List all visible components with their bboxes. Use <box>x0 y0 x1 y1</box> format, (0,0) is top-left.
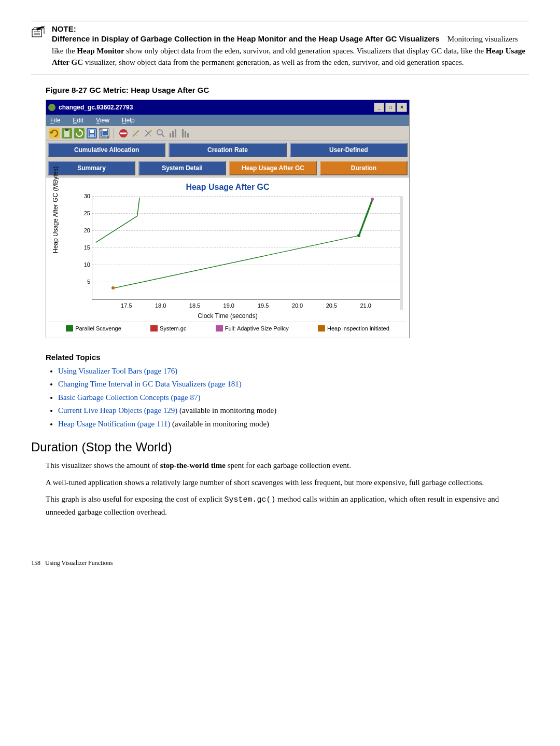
svg-rect-9 <box>65 129 68 131</box>
svg-rect-31 <box>185 131 186 137</box>
clipboard-icon[interactable] <box>62 128 72 139</box>
point-full-adaptive <box>371 198 374 201</box>
window-title: changed_gc.93602.27793 <box>59 104 374 111</box>
chart-title: Heap Usage After GC <box>49 183 406 192</box>
svg-rect-8 <box>64 130 69 137</box>
titlebar: changed_gc.93602.27793 _ □ × <box>46 100 409 115</box>
svg-point-25 <box>157 130 162 135</box>
section-heading-duration: Duration (Stop the World) <box>31 440 529 454</box>
swatch-orange <box>318 325 325 331</box>
chart-area: Heap Usage After GC Heap Usage After GC … <box>46 177 409 338</box>
app-icon <box>48 104 55 111</box>
wand-cross-icon[interactable] <box>143 128 153 139</box>
legend-system-gc: System.gc <box>150 325 186 331</box>
xtick: 19.0 <box>223 302 234 309</box>
menu-file[interactable]: File <box>50 117 60 124</box>
link-gc-concepts[interactable]: Basic Garbage Collection Concepts (page … <box>58 393 201 402</box>
xtick: 19.5 <box>258 302 269 309</box>
window-controls: _ □ × <box>374 103 407 112</box>
system-detail-button[interactable]: System Detail <box>138 161 226 175</box>
related-topics-list: Using Visualizer Tool Bars (page 176) Ch… <box>46 365 529 431</box>
ytick-5: 5 <box>80 279 90 285</box>
svg-rect-29 <box>175 129 176 137</box>
svg-rect-12 <box>90 134 94 137</box>
list-item: Changing Time Interval in GC Data Visual… <box>58 378 529 391</box>
menu-view[interactable]: View <box>96 117 109 124</box>
maximize-button[interactable]: □ <box>385 103 396 112</box>
note-pencil-icon <box>31 26 46 39</box>
svg-point-21 <box>136 135 137 136</box>
swatch-green <box>66 325 73 331</box>
creation-rate-button[interactable]: Creation Rate <box>169 143 286 157</box>
legend: Parallel Scavenge System.gc Full: Adapti… <box>49 322 406 335</box>
link-heap-usage-notification[interactable]: Heap Usage Notification (page 111) <box>58 420 170 428</box>
save-icon[interactable] <box>87 128 97 139</box>
ytick-10: 10 <box>80 261 90 268</box>
svg-line-26 <box>162 134 164 137</box>
heap-usage-button[interactable]: Heap Usage After GC <box>229 161 317 175</box>
xtick: 18.5 <box>189 302 200 309</box>
no-entry-icon[interactable] <box>118 128 129 139</box>
paragraph: This visualizer shows the amount of stop… <box>46 460 529 472</box>
zoom-icon[interactable] <box>156 128 166 139</box>
note-block: NOTE: Difference in Display of Garbage C… <box>31 21 529 75</box>
xtick: 20.0 <box>292 302 303 309</box>
x-axis-label: Clock Time (seconds) <box>49 312 406 320</box>
list-item: Using Visualizer Tool Bars (page 176) <box>58 365 529 378</box>
note-body: Difference in Display of Garbage Collect… <box>52 33 529 68</box>
xtick: 21.0 <box>360 302 371 309</box>
wand-icon[interactable] <box>131 128 141 139</box>
ytick-25: 25 <box>80 210 90 216</box>
visualizer-window: changed_gc.93602.27793 _ □ × File Edit V… <box>46 100 410 338</box>
paragraph: A well-tuned application shows a relativ… <box>46 477 529 489</box>
link-live-heap-objects[interactable]: Current Live Heap Objects (page 129) <box>58 406 177 415</box>
ytick-30: 30 <box>80 193 90 199</box>
svg-rect-32 <box>187 133 189 137</box>
page-footer: 158 Using Visualizer Functions <box>31 559 529 567</box>
list-item: Basic Garbage Collection Concepts (page … <box>58 391 529 405</box>
svg-rect-28 <box>172 131 174 137</box>
figure-caption: Figure 8-27 GC Metric: Heap Usage After … <box>46 86 529 94</box>
svg-point-20 <box>133 131 134 132</box>
refresh-icon[interactable] <box>74 128 85 139</box>
toolbar-separator <box>114 128 114 139</box>
link-time-interval[interactable]: Changing Time Interval in GC Data Visual… <box>58 380 242 388</box>
point-heap-inspection <box>111 286 115 289</box>
close-button[interactable]: × <box>397 103 407 112</box>
xtick: 20.5 <box>326 302 337 309</box>
swatch-pink <box>216 325 223 331</box>
cumulative-allocation-button[interactable]: Cumulative Allocation <box>48 143 165 157</box>
list-item: Current Live Heap Objects (page 129) (av… <box>58 404 529 418</box>
bars-alt-icon[interactable] <box>180 128 191 139</box>
note-heading: Difference in Display of Garbage Collect… <box>52 34 440 43</box>
top-button-row: Cumulative Allocation Creation Rate User… <box>46 141 409 159</box>
plot-inner: 30 25 20 15 10 5 17.5 18.0 18.5 19.0 19.… <box>92 196 400 300</box>
footer-label: Using Visualizer Functions <box>45 559 113 567</box>
svg-rect-30 <box>182 129 184 137</box>
svg-rect-11 <box>90 130 94 133</box>
legend-full-adaptive: Full: Adaptive Size Policy <box>216 325 289 331</box>
duration-button[interactable]: Duration <box>320 161 408 175</box>
paragraph: This graph is also useful for exposing t… <box>46 493 529 518</box>
legend-parallel-scavenge: Parallel Scavenge <box>66 325 121 331</box>
svg-point-19 <box>137 130 139 132</box>
bars-icon[interactable] <box>168 128 178 139</box>
user-defined-button[interactable]: User-Defined <box>290 143 408 157</box>
link-visualizer-toolbars[interactable]: Using Visualizer Tool Bars (page 176) <box>58 367 177 375</box>
summary-button[interactable]: Summary <box>48 161 135 175</box>
save-multi-icon[interactable] <box>99 128 109 139</box>
note-label: NOTE: <box>52 24 529 33</box>
back-icon[interactable] <box>49 128 60 139</box>
menu-help[interactable]: Help <box>122 117 135 124</box>
minimize-button[interactable]: _ <box>374 103 384 112</box>
chart-scrollbar[interactable] <box>400 196 403 310</box>
svg-point-24 <box>150 130 152 132</box>
svg-rect-15 <box>103 129 107 131</box>
legend-heap-inspection: Heap inspection initiated <box>318 325 389 331</box>
xtick: 17.5 <box>121 302 132 309</box>
ytick-20: 20 <box>80 227 90 233</box>
xtick: 18.0 <box>155 302 166 309</box>
point-parallel-scavenge <box>357 234 360 237</box>
swatch-red <box>150 325 158 331</box>
menu-edit[interactable]: Edit <box>73 117 83 124</box>
